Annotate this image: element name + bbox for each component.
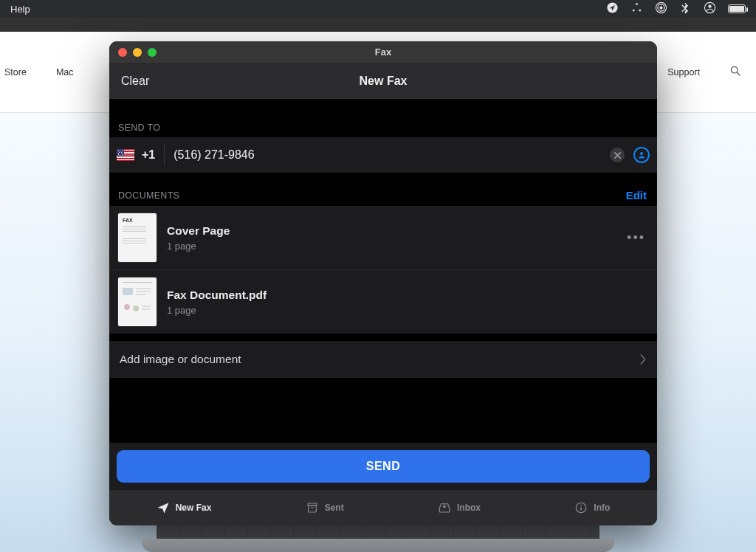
svg-point-11 xyxy=(640,152,643,155)
window-title: Fax xyxy=(109,46,657,58)
tab-label: New Fax xyxy=(176,503,212,513)
location-icon[interactable] xyxy=(606,1,619,16)
svg-point-3 xyxy=(639,10,641,12)
info-icon xyxy=(574,501,588,514)
send-to-row: +1 xyxy=(109,137,657,173)
svg-rect-13 xyxy=(308,506,316,512)
paper-plane-icon xyxy=(157,501,170,514)
fax-navbar: Clear New Fax xyxy=(109,63,657,99)
apple-nav-mac[interactable]: Mac xyxy=(56,67,74,77)
add-document-label: Add image or document xyxy=(120,353,241,366)
send-container: SEND xyxy=(109,443,657,490)
document-title: Cover Page xyxy=(167,224,616,238)
document-thumbnail-icon xyxy=(118,277,157,326)
search-icon[interactable] xyxy=(729,65,741,79)
tab-sent[interactable]: Sent xyxy=(306,501,344,514)
svg-rect-17 xyxy=(581,507,583,511)
documents-header: DOCUMENTS Edit xyxy=(109,173,657,206)
apple-top-band xyxy=(0,18,756,32)
macos-menubar: Help xyxy=(0,0,756,18)
tab-info[interactable]: Info xyxy=(574,501,610,514)
document-row[interactable]: Cover Page 1 page ••• xyxy=(109,206,657,270)
battery-icon[interactable] xyxy=(728,4,746,13)
phone-number-input[interactable] xyxy=(173,148,601,162)
dots-menu-icon[interactable] xyxy=(630,1,643,16)
document-thumbnail-icon xyxy=(118,213,157,262)
clear-phone-button[interactable] xyxy=(610,148,625,162)
page-title: New Fax xyxy=(109,75,657,88)
chevron-right-icon xyxy=(639,354,647,365)
tab-label: Inbox xyxy=(457,503,481,513)
send-button[interactable]: SEND xyxy=(117,450,650,483)
user-icon[interactable] xyxy=(704,1,716,16)
tab-label: Info xyxy=(594,503,610,513)
tab-label: Sent xyxy=(325,503,344,513)
tab-inbox[interactable]: Inbox xyxy=(438,501,481,514)
document-more-button[interactable]: ••• xyxy=(627,230,648,246)
menubar-help[interactable]: Help xyxy=(10,4,30,15)
document-list: Cover Page 1 page ••• Fax Document.pdf 1… xyxy=(109,206,657,334)
edit-documents-button[interactable]: Edit xyxy=(626,189,647,201)
svg-point-16 xyxy=(580,505,582,506)
airdrop-icon[interactable] xyxy=(655,1,667,16)
menubar-status-icons xyxy=(606,1,746,16)
svg-point-4 xyxy=(659,6,662,9)
svg-point-1 xyxy=(636,3,638,5)
apple-nav-store[interactable]: Store xyxy=(4,67,27,77)
document-subtitle: 1 page xyxy=(167,241,616,252)
add-document-button[interactable]: Add image or document xyxy=(109,341,657,378)
titlebar: Fax xyxy=(109,41,657,63)
zoom-window-button[interactable] xyxy=(148,48,157,57)
svg-point-2 xyxy=(633,10,635,12)
country-code: +1 xyxy=(142,148,155,162)
document-subtitle: 1 page xyxy=(167,305,648,316)
svg-line-10 xyxy=(737,72,740,75)
send-to-label: SEND TO xyxy=(109,123,657,137)
minimize-window-button[interactable] xyxy=(133,48,142,57)
close-window-button[interactable] xyxy=(118,48,127,57)
divider xyxy=(164,145,165,165)
documents-label: DOCUMENTS xyxy=(118,190,179,201)
country-flag-picker[interactable]: +1 xyxy=(117,148,155,162)
flag-us-icon xyxy=(117,149,134,161)
clear-button[interactable]: Clear xyxy=(121,75,149,88)
tab-new-fax[interactable]: New Fax xyxy=(157,501,212,514)
choose-contact-button[interactable] xyxy=(633,147,650,163)
bluetooth-icon[interactable] xyxy=(679,1,692,16)
archive-icon xyxy=(306,501,319,514)
document-row[interactable]: Fax Document.pdf 1 page xyxy=(109,270,657,334)
window-controls xyxy=(118,48,157,57)
inbox-icon xyxy=(438,501,451,514)
svg-point-8 xyxy=(708,5,711,8)
fax-window: Fax Clear New Fax SEND TO +1 DOCUMENTS E… xyxy=(109,41,657,525)
apple-nav-support[interactable]: Support xyxy=(667,67,700,77)
fax-tabbar: New Fax Sent Inbox Info xyxy=(109,490,657,525)
document-title: Fax Document.pdf xyxy=(167,289,648,302)
